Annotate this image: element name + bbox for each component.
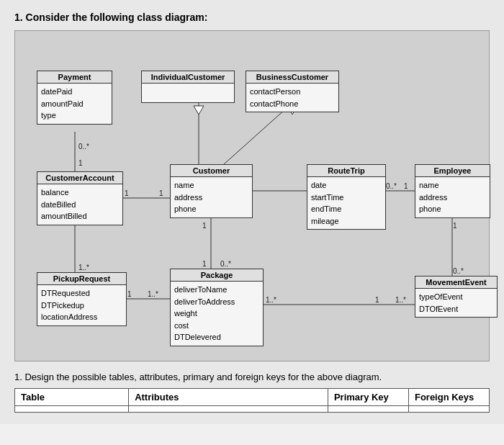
- multi-account-customer-1a: 1: [125, 189, 129, 197]
- multi-routetrip-0star: 0..*: [386, 182, 397, 190]
- multi-pickup-1star: 1..*: [148, 290, 158, 298]
- uml-individual-customer-title: IndividualCustomer: [142, 71, 234, 84]
- table-header-row: Table Attributes Primary Key Foreign Key…: [15, 389, 490, 406]
- class-diagram: Payment datePaidamountPaidtype Individua…: [14, 30, 490, 361]
- multi-movement-1: 1: [375, 296, 379, 304]
- uml-route-trip: RouteTrip datestartTimeendTimemileage: [307, 164, 386, 230]
- multi-movement-1star: 1..*: [395, 296, 406, 304]
- multi-employee-1: 1: [453, 222, 457, 230]
- multi-package-0star: 0..*: [220, 260, 231, 268]
- uml-customer-account: CustomerAccount balancedateBilledamountB…: [37, 171, 123, 225]
- uml-employee-title: Employee: [415, 165, 490, 177]
- uml-movement-event: MovementEvent typeOfEventDTOfEvent: [415, 276, 498, 318]
- uml-pickup-request-title: PickupRequest: [37, 273, 126, 285]
- uml-employee: Employee nameaddressphone: [415, 164, 490, 218]
- th-primary-key: Primary Key: [328, 389, 408, 406]
- question1-title: 1. Consider the following class diagram:: [14, 12, 490, 23]
- uml-customer-account-body: balancedateBilledamountBilled: [37, 184, 122, 225]
- cell-table-empty: [15, 406, 129, 413]
- cell-attributes-empty: [129, 406, 328, 413]
- uml-customer-account-title: CustomerAccount: [37, 172, 122, 184]
- multi-account-customer-1b: 1: [159, 189, 163, 197]
- multi-payment-account-1: 1: [78, 159, 83, 167]
- uml-package-title: Package: [171, 269, 263, 282]
- cell-pk-empty: [328, 406, 408, 413]
- uml-package: Package deliverToNamedeliverToAddresswei…: [170, 269, 264, 346]
- uml-package-body: deliverToNamedeliverToAddressweightcostD…: [171, 282, 263, 346]
- th-table: Table: [15, 389, 129, 406]
- uml-individual-customer-body: [142, 84, 234, 88]
- page: 1. Consider the following class diagram:: [0, 0, 504, 424]
- multi-customer-package-1b: 1: [202, 260, 207, 268]
- th-foreign-keys: Foreign Keys: [408, 389, 489, 406]
- multi-pickup-account-1: 1..*: [78, 264, 89, 271]
- cell-fk-empty: [408, 406, 489, 413]
- uml-route-trip-title: RouteTrip: [307, 165, 385, 177]
- question2-title: 1. Design the possible tables, attribute…: [14, 372, 490, 382]
- uml-payment-title: Payment: [37, 71, 112, 84]
- multi-customer-package-1: 1: [202, 222, 207, 230]
- uml-customer-title: Customer: [171, 165, 252, 177]
- uml-movement-event-body: typeOfEventDTOfEvent: [415, 289, 497, 317]
- th-attributes: Attributes: [129, 389, 328, 406]
- svg-marker-4: [194, 106, 204, 114]
- multi-package-1star: 1..*: [266, 296, 276, 304]
- uml-payment: Payment datePaidamountPaidtype: [37, 71, 112, 125]
- table-row-empty: [15, 406, 490, 413]
- uml-customer-body: nameaddressphone: [171, 177, 252, 217]
- design-section: 1. Design the possible tables, attribute…: [14, 372, 490, 413]
- design-table: Table Attributes Primary Key Foreign Key…: [14, 388, 490, 413]
- uml-pickup-request-body: DTRequestedDTPickeduplocationAddress: [37, 285, 126, 325]
- multi-pickup-1: 1: [127, 290, 132, 298]
- multi-routetrip-1: 1: [404, 182, 408, 190]
- uml-employee-body: nameaddressphone: [415, 177, 490, 217]
- uml-pickup-request: PickupRequest DTRequestedDTPickeduplocat…: [37, 272, 127, 326]
- multi-payment-account-0: 0..*: [78, 143, 89, 150]
- uml-movement-event-title: MovementEvent: [415, 277, 497, 289]
- uml-route-trip-body: datestartTimeendTimemileage: [307, 177, 385, 229]
- uml-customer: Customer nameaddressphone: [170, 164, 253, 218]
- uml-business-customer-title: BusinessCustomer: [246, 71, 338, 84]
- uml-payment-body: datePaidamountPaidtype: [37, 84, 112, 124]
- uml-business-customer: BusinessCustomer contactPersoncontactPho…: [246, 71, 339, 112]
- multi-employee-0star: 0..*: [453, 267, 464, 275]
- uml-business-customer-body: contactPersoncontactPhone: [246, 84, 338, 112]
- uml-individual-customer: IndividualCustomer: [141, 71, 235, 103]
